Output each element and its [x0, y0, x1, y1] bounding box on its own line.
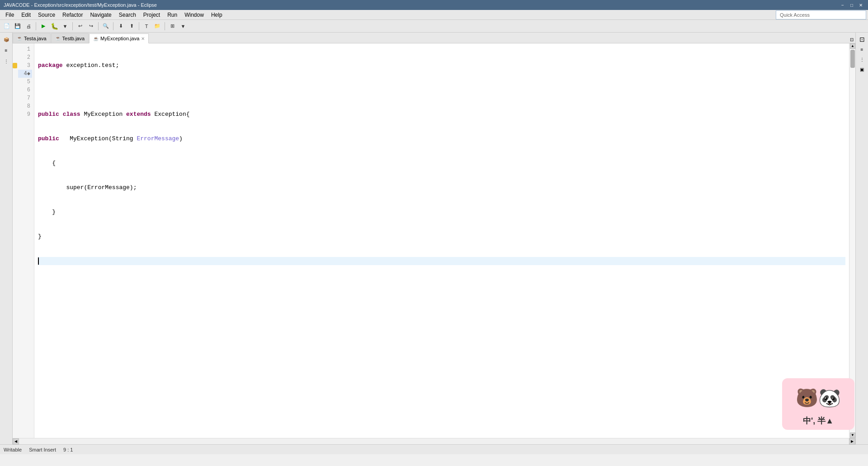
panel-icon-4[interactable]: ▣ — [857, 64, 867, 74]
horizontal-scrollbar: ◀ ▶ — [13, 438, 855, 444]
window-controls: − □ ✕ — [839, 1, 864, 9]
maximize-button[interactable]: □ — [848, 1, 855, 9]
line-num-5: 5 — [18, 78, 32, 86]
menu-run[interactable]: Run — [164, 10, 181, 19]
toggle-perspective-button[interactable]: ⊞ — [167, 21, 177, 31]
line-num-2: 2 — [18, 53, 32, 62]
menu-project[interactable]: Project — [140, 10, 164, 19]
panel-icon-3[interactable]: ⋮ — [857, 54, 867, 64]
tab-testb[interactable]: ☕ Testb.java — [51, 33, 89, 43]
menu-navigate[interactable]: Navigate — [86, 10, 115, 19]
code-line-4: public MyException(String ErrorMessage) — [38, 135, 845, 143]
menu-source[interactable]: Source — [34, 10, 59, 19]
prev-annotation-button[interactable]: ⬆ — [127, 21, 137, 31]
tab-testa[interactable]: ☕ Testa.java — [13, 33, 51, 43]
scroll-right-arrow[interactable]: ▶ — [849, 438, 855, 445]
tab-myexception[interactable]: ☕ MyException.java ✕ — [89, 33, 149, 43]
line-num-3: 3 — [18, 62, 32, 70]
code-line-3: public class MyException extends Excepti… — [38, 110, 845, 119]
scrollbar-thumb[interactable] — [850, 50, 855, 68]
menu-help[interactable]: Help — [208, 10, 226, 19]
outline-icon[interactable]: ≡ — [1, 45, 11, 55]
maximize-editor-button[interactable]: ⊡ — [848, 36, 855, 43]
tab-testb-label: Testb.java — [62, 36, 85, 41]
debug-button[interactable]: 🐛 — [49, 21, 59, 31]
code-line-2 — [38, 86, 845, 94]
save-button[interactable]: 💾 — [13, 21, 23, 31]
java-file-icon-2: ☕ — [55, 36, 61, 41]
window-title: JAVACODE - Exception/src/exception/test/… — [4, 2, 157, 8]
hierarchy-icon[interactable]: ⋮ — [1, 56, 11, 66]
title-bar: JAVACODE - Exception/src/exception/test/… — [0, 0, 868, 10]
close-button[interactable]: ✕ — [857, 1, 864, 9]
scroll-left-arrow[interactable]: ◀ — [13, 438, 19, 445]
line-num-9: 9 — [18, 110, 32, 119]
writable-status: Writable — [4, 447, 22, 452]
line-num-1: 1 — [18, 45, 32, 53]
redo-button[interactable]: ↪ — [86, 21, 96, 31]
menu-window[interactable]: Window — [181, 10, 208, 19]
java-file-icon-3: ☕ — [93, 36, 99, 41]
quick-access-label: Quick Access — [780, 12, 810, 18]
menu-search[interactable]: Search — [115, 10, 140, 19]
code-line-1: package exception.test; — [38, 62, 845, 70]
annotation-gutter — [13, 43, 18, 438]
code-content[interactable]: package exception.test; public class MyE… — [34, 43, 849, 438]
insert-mode-status: Smart Insert — [29, 447, 56, 452]
line-num-7: 7 — [18, 94, 32, 102]
menu-file[interactable]: File — [2, 10, 18, 19]
code-line-6: super(ErrorMessage); — [38, 184, 845, 192]
warning-annotation — [13, 63, 17, 68]
main-area: 📦 ≡ ⋮ ☕ Testa.java ☕ Testb.java ☕ MyExce… — [0, 33, 868, 444]
tab-testa-label: Testa.java — [24, 36, 47, 41]
sticker-overlay: 🐻🐼 中', 半▲ — [782, 378, 854, 430]
line-number-gutter: 1 2 3 4◆ 5 6 7 8 9 — [18, 43, 34, 438]
open-type-button[interactable]: T — [142, 21, 151, 31]
search-toolbar-button[interactable]: 🔍 — [101, 21, 111, 31]
tab-bar: ☕ Testa.java ☕ Testb.java ☕ MyException.… — [13, 33, 855, 43]
code-line-5: { — [38, 159, 845, 167]
sticker-text: 中', 半▲ — [803, 415, 834, 426]
package-explorer-icon[interactable]: 📦 — [1, 34, 11, 44]
open-resource-button[interactable]: 📁 — [152, 21, 162, 31]
tab-close-button[interactable]: ✕ — [141, 36, 145, 41]
menu-bar: File Edit Source Refactor Navigate Searc… — [0, 10, 868, 20]
quick-access-input[interactable]: Quick Access — [776, 10, 866, 19]
panel-icon-1[interactable]: ⊡ — [857, 34, 867, 44]
code-line-8: } — [38, 233, 845, 241]
print-button[interactable]: 🖨 — [24, 21, 33, 31]
toolbar: 📄 💾 🖨 ▶ 🐛 ▼ ↩ ↪ 🔍 ⬇ ⬆ T 📁 ⊞ ▼ — [0, 20, 868, 33]
run-button[interactable]: ▶ — [38, 21, 48, 31]
run-config-dropdown[interactable]: ▼ — [60, 21, 70, 31]
tab-myexception-label: MyException.java — [100, 36, 139, 41]
cursor-position-status: 9 : 1 — [63, 447, 73, 452]
panel-icon-2[interactable]: ≡ — [857, 44, 867, 54]
right-panel: ⊡ ≡ ⋮ ▣ — [855, 33, 868, 444]
line-num-6: 6 — [18, 86, 32, 94]
next-annotation-button[interactable]: ⬇ — [116, 21, 126, 31]
left-sidebar: 📦 ≡ ⋮ — [0, 33, 13, 444]
minimize-button[interactable]: − — [839, 1, 846, 9]
code-line-7: } — [38, 208, 845, 216]
java-file-icon: ☕ — [17, 36, 22, 41]
sticker-image: 🐻🐼 — [787, 382, 850, 414]
new-button[interactable]: 📄 — [2, 21, 12, 31]
perspective-dropdown[interactable]: ▼ — [178, 21, 188, 31]
line-num-4: 4◆ — [18, 70, 32, 78]
scroll-down-arrow[interactable]: ▼ — [850, 433, 855, 438]
undo-button[interactable]: ↩ — [75, 21, 85, 31]
menu-edit[interactable]: Edit — [18, 10, 34, 19]
scroll-up-arrow[interactable]: ▲ — [850, 43, 855, 49]
code-line-9 — [38, 257, 845, 265]
menu-refactor[interactable]: Refactor — [59, 10, 86, 19]
line-num-8: 8 — [18, 102, 32, 110]
editor-area: ☕ Testa.java ☕ Testb.java ☕ MyException.… — [13, 33, 855, 444]
code-editor: 1 2 3 4◆ 5 6 7 8 9 package exception.tes… — [13, 43, 855, 438]
status-bar: Writable Smart Insert 9 : 1 — [0, 444, 868, 454]
